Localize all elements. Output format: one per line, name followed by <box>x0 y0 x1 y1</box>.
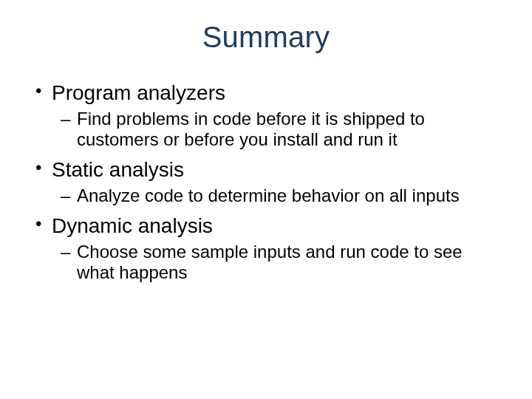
bullet-l1: Dynamic analysis <box>34 214 498 239</box>
slide-content: Program analyzers Find problems in code … <box>34 81 498 283</box>
bullet-l2: Find problems in code before it is shipp… <box>61 109 498 151</box>
slide: Summary Program analyzers Find problems … <box>0 0 532 399</box>
bullet-l2: Analyze code to determine behavior on al… <box>61 185 498 206</box>
bullet-l2: Choose some sample inputs and run code t… <box>61 242 498 284</box>
bullet-l1: Static analysis <box>34 157 498 183</box>
slide-title: Summary <box>34 21 498 54</box>
bullet-l1: Program analyzers <box>34 81 498 106</box>
